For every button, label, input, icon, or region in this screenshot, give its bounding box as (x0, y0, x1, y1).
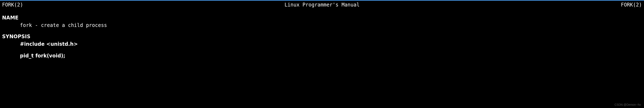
spacer (0, 48, 644, 52)
header-right-title: FORK(2) (428, 1, 642, 9)
watermark-text: CSDN @Demon--hx (614, 102, 641, 107)
header-left-title: FORK(2) (2, 1, 216, 9)
man-page-header: FORK(2) Linux Programmer's Manual FORK(2… (0, 1, 644, 10)
section-heading-synopsis: SYNOPSIS (0, 33, 644, 40)
synopsis-declaration: pid_t fork(void); (0, 52, 644, 60)
synopsis-include: #include <unistd.h> (0, 40, 644, 48)
section-heading-name: NAME (0, 14, 644, 22)
header-center-title: Linux Programmer's Manual (216, 1, 429, 9)
name-section-content: fork - create a child process (0, 22, 644, 29)
